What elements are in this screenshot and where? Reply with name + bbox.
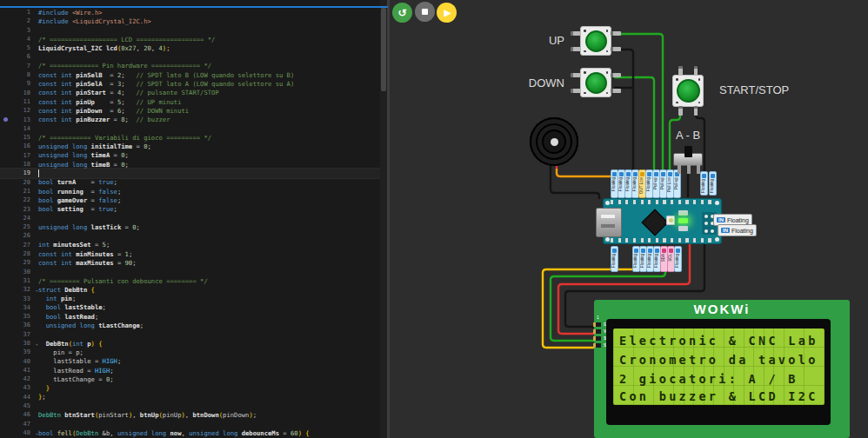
code-line[interactable]: 32⌄struct DebBtn { bbox=[0, 285, 380, 294]
line-gutter[interactable]: 24 bbox=[0, 214, 38, 222]
code-editor[interactable]: 1#include <Wire.h>2#include <LiquidCryst… bbox=[0, 0, 380, 438]
line-number[interactable]: 1 bbox=[27, 9, 30, 16]
line-gutter[interactable]: 16 bbox=[0, 142, 38, 150]
code-line[interactable]: 48⌄bool fell(DebBtn &b, unsigned long no… bbox=[0, 428, 380, 437]
line-number[interactable]: 5 bbox=[27, 44, 30, 51]
code-line[interactable]: 9const int pinSelA = 3; // SPDT lato A (… bbox=[0, 79, 380, 88]
line-gutter[interactable]: 31 bbox=[0, 276, 38, 285]
line-number[interactable]: 29 bbox=[23, 259, 30, 266]
code-line[interactable]: 44}; bbox=[0, 393, 380, 402]
wire-up-signal[interactable] bbox=[615, 34, 663, 170]
line-gutter[interactable]: 36 bbox=[0, 321, 38, 329]
line-gutter[interactable]: 29 bbox=[0, 258, 38, 267]
line-number[interactable]: 40 bbox=[23, 358, 30, 365]
code-line[interactable]: 20bool turnA = true; bbox=[0, 178, 380, 187]
line-number[interactable]: 15 bbox=[23, 134, 30, 141]
line-gutter[interactable]: 6 bbox=[0, 52, 38, 61]
line-number[interactable]: 31 bbox=[23, 277, 30, 284]
code-line[interactable]: 37 bbox=[0, 330, 380, 339]
line-gutter[interactable]: 22 bbox=[0, 196, 38, 204]
line-gutter[interactable]: 8 bbox=[0, 70, 38, 79]
arduino-nano-board[interactable] bbox=[603, 198, 722, 244]
line-number[interactable]: 10 bbox=[23, 90, 30, 96]
line-number[interactable]: 16 bbox=[23, 143, 30, 149]
reset-button[interactable] bbox=[666, 216, 675, 225]
code-line[interactable]: 45 bbox=[0, 402, 380, 410]
code-line[interactable]: 2#include <LiquidCrystal_I2C.h> bbox=[0, 17, 380, 25]
line-gutter[interactable]: 10 bbox=[0, 89, 38, 97]
line-gutter[interactable]: 34 bbox=[0, 303, 38, 312]
fold-chevron-icon[interactable]: ⌄ bbox=[35, 286, 38, 292]
lcd-pin-vcc[interactable] bbox=[593, 329, 601, 334]
code-line[interactable]: 30 bbox=[0, 268, 380, 276]
editor-scrollbar[interactable] bbox=[380, 0, 387, 438]
line-number[interactable]: 28 bbox=[23, 250, 30, 257]
line-gutter[interactable]: 43 bbox=[0, 383, 38, 392]
line-gutter[interactable]: 13 bbox=[0, 116, 38, 124]
line-number[interactable]: 33 bbox=[23, 295, 30, 302]
code-line[interactable]: 36 unsigned long tLastChange; bbox=[0, 321, 380, 329]
line-number[interactable]: 25 bbox=[23, 223, 30, 230]
code-line[interactable]: 47 bbox=[0, 420, 380, 428]
code-line[interactable]: 10const int pinStart = 4; // pulsante ST… bbox=[0, 89, 380, 97]
line-gutter[interactable]: 9 bbox=[0, 79, 38, 88]
line-number[interactable]: 11 bbox=[23, 98, 30, 105]
code-line[interactable]: 17unsigned long timeA = 0; bbox=[0, 151, 380, 160]
line-number[interactable]: 21 bbox=[23, 188, 30, 195]
line-gutter[interactable]: 44 bbox=[0, 393, 38, 402]
line-gutter[interactable]: 7 bbox=[0, 62, 38, 70]
line-number[interactable]: 23 bbox=[23, 206, 30, 213]
line-number[interactable]: 46 bbox=[23, 411, 30, 418]
line-gutter[interactable]: 21 bbox=[0, 187, 38, 196]
code-line[interactable]: 11const int pinUp = 5; // UP minuti bbox=[0, 97, 380, 106]
code-line[interactable]: 40 lastStable = HIGH; bbox=[0, 357, 380, 366]
line-gutter[interactable]: 20 bbox=[0, 178, 38, 187]
line-number[interactable]: 14 bbox=[23, 125, 30, 132]
scrollbar-thumb[interactable] bbox=[381, 8, 386, 91]
code-line[interactable]: 42 tLastChange = 0; bbox=[0, 375, 380, 383]
code-line[interactable]: 21bool running = false; bbox=[0, 187, 380, 196]
down-button-cap[interactable] bbox=[585, 72, 607, 94]
code-line[interactable]: 28const int minMinutes = 1; bbox=[0, 249, 380, 258]
line-number[interactable]: 6 bbox=[27, 53, 30, 60]
line-number[interactable]: 26 bbox=[23, 232, 30, 239]
line-number[interactable]: 2 bbox=[27, 17, 30, 24]
line-number[interactable]: 13 bbox=[23, 116, 30, 123]
line-gutter[interactable]: 17 bbox=[0, 151, 38, 160]
code-line[interactable]: 7/* ============= Pin hardware =========… bbox=[0, 62, 380, 70]
code-line[interactable]: 34 bool lastStable; bbox=[0, 303, 380, 312]
line-gutter[interactable]: 5 bbox=[0, 43, 38, 52]
line-gutter[interactable]: 12 bbox=[0, 106, 38, 115]
line-gutter[interactable]: 37 bbox=[0, 330, 38, 339]
code-line[interactable]: 6 bbox=[0, 52, 380, 61]
line-gutter[interactable]: 4 bbox=[0, 35, 38, 43]
fold-chevron-icon[interactable]: ⌄ bbox=[35, 340, 38, 346]
code-line[interactable]: 24 bbox=[0, 214, 380, 222]
switch-knob[interactable] bbox=[684, 146, 692, 157]
line-gutter[interactable]: 11 bbox=[0, 97, 38, 106]
line-gutter[interactable]: 35 bbox=[0, 312, 38, 321]
line-gutter[interactable]: 1 bbox=[0, 8, 38, 17]
line-gutter[interactable]: 33 bbox=[0, 295, 38, 303]
code-line[interactable]: 31/* ======== Pulsanti con debounce ====… bbox=[0, 276, 380, 285]
up-pushbutton[interactable] bbox=[580, 26, 611, 56]
line-number[interactable]: 9 bbox=[27, 80, 30, 87]
code-line[interactable]: 22bool gameOver = false; bbox=[0, 196, 380, 204]
line-gutter[interactable]: 45 bbox=[0, 402, 38, 410]
code-line[interactable]: 16unsigned long initialTime = 0; bbox=[0, 142, 380, 150]
line-gutter[interactable]: 30 bbox=[0, 268, 38, 276]
code-line[interactable]: 15/* =========== Variabili di gioco ====… bbox=[0, 133, 380, 142]
line-number[interactable]: 19 bbox=[23, 169, 30, 176]
line-gutter[interactable]: 28 bbox=[0, 249, 38, 258]
code-line[interactable]: 41 lastRead = HIGH; bbox=[0, 366, 380, 375]
line-number[interactable]: 39 bbox=[23, 348, 30, 355]
buzzer[interactable] bbox=[530, 117, 578, 166]
code-line[interactable]: 13const int pinBuzzer = 8; // buzzer bbox=[0, 116, 380, 124]
line-gutter[interactable]: 26 bbox=[0, 231, 38, 240]
line-gutter[interactable]: 23 bbox=[0, 205, 38, 214]
startstop-button-cap[interactable] bbox=[677, 79, 700, 103]
line-number[interactable]: 35 bbox=[23, 313, 30, 320]
line-number[interactable]: 34 bbox=[23, 304, 30, 311]
line-gutter[interactable]: 42 bbox=[0, 375, 38, 383]
line-gutter[interactable]: 18 bbox=[0, 160, 38, 169]
